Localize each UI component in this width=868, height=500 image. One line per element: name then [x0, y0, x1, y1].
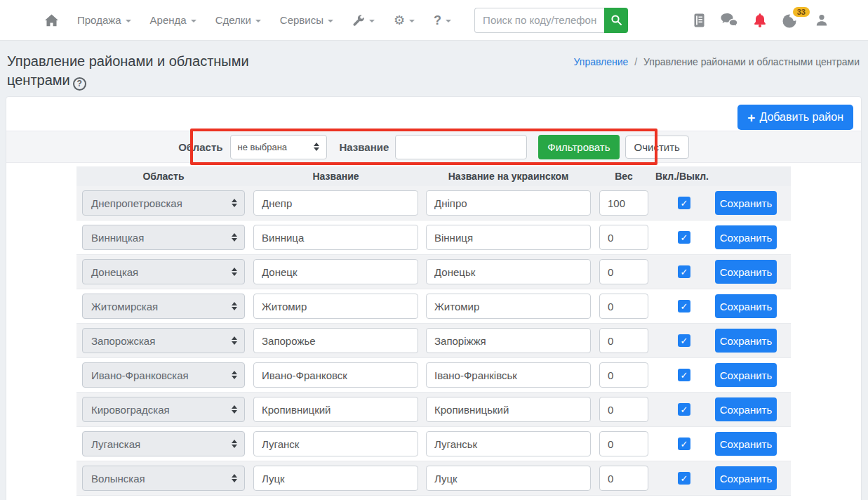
filter-name-input[interactable]: [395, 135, 527, 159]
region-select[interactable]: Кировоградская: [82, 397, 245, 422]
weight-input[interactable]: [599, 225, 648, 250]
nav-item-rent[interactable]: Аренда: [150, 14, 196, 26]
table-row: Винницкая ✓ Сохранить: [76, 221, 791, 255]
region-select[interactable]: Житомирская: [82, 294, 245, 319]
weight-input[interactable]: [599, 190, 648, 216]
add-district-button[interactable]: + Добавить район: [737, 105, 853, 130]
name-ua-input[interactable]: [426, 466, 591, 491]
weight-input[interactable]: [599, 328, 648, 353]
page-title-text: Управление районами и областными центрам…: [7, 53, 249, 88]
name-ua-input[interactable]: [426, 190, 591, 216]
region-select[interactable]: Днепропетровская: [82, 190, 245, 216]
chevron-down-icon: [369, 20, 375, 22]
breadcrumb-current: Управление районами и областными центрам…: [643, 56, 860, 67]
select-arrows-icon: [232, 371, 237, 379]
home-icon: [45, 14, 58, 27]
search-icon: [610, 14, 622, 26]
nav-right-icons: 33: [693, 12, 829, 29]
region-select[interactable]: Донецкая: [82, 259, 245, 284]
save-button[interactable]: Сохранить: [715, 397, 777, 421]
save-button[interactable]: Сохранить: [715, 260, 777, 284]
name-input[interactable]: [253, 294, 418, 319]
search-input[interactable]: [474, 8, 604, 33]
name-input[interactable]: [253, 328, 418, 353]
content-card: + Добавить район Область не выбрана Назв…: [6, 96, 862, 500]
clear-button[interactable]: Очистить: [625, 136, 689, 159]
enabled-checkbox[interactable]: ✓: [678, 438, 690, 450]
search-group: [474, 8, 628, 33]
region-select[interactable]: Луганская: [82, 431, 245, 456]
name-input[interactable]: [253, 190, 418, 216]
save-button[interactable]: Сохранить: [715, 225, 777, 249]
home-icon[interactable]: [45, 14, 58, 27]
header-name-ua: Название на украинском: [426, 171, 591, 182]
journal-icon[interactable]: [693, 13, 705, 27]
enabled-checkbox[interactable]: ✓: [678, 334, 690, 347]
name-ua-input[interactable]: [426, 362, 591, 388]
name-input[interactable]: [253, 362, 418, 388]
nav-item-tools[interactable]: [352, 14, 375, 27]
nav-item-sale[interactable]: Продажа: [77, 14, 131, 26]
region-select[interactable]: Запорожская: [82, 328, 245, 353]
counter-circle-icon[interactable]: 33: [782, 12, 800, 29]
notifications-bell-icon[interactable]: [753, 13, 767, 28]
nav-item-services[interactable]: Сервисы: [280, 14, 333, 26]
save-button[interactable]: Сохранить: [715, 294, 777, 318]
search-button[interactable]: [604, 8, 628, 33]
name-ua-input[interactable]: [426, 328, 591, 353]
name-input[interactable]: [253, 259, 418, 284]
weight-input[interactable]: [599, 362, 648, 388]
select-arrows-icon: [232, 199, 237, 207]
save-button[interactable]: Сохранить: [715, 363, 777, 387]
enabled-checkbox[interactable]: ✓: [678, 265, 690, 278]
chevron-down-icon: [328, 20, 333, 22]
user-profile-icon[interactable]: [815, 13, 829, 27]
select-arrows-icon: [314, 143, 319, 151]
chevron-down-icon: [255, 20, 261, 22]
table-row: ✓ Сохранить: [76, 496, 791, 500]
weight-input[interactable]: [599, 259, 648, 284]
nav-item-deals[interactable]: Сделки: [215, 14, 261, 26]
enabled-checkbox[interactable]: ✓: [678, 197, 690, 209]
enabled-checkbox[interactable]: ✓: [678, 231, 690, 244]
save-button[interactable]: Сохранить: [715, 329, 777, 353]
weight-input[interactable]: [599, 294, 648, 319]
weight-input[interactable]: [599, 397, 648, 422]
select-arrows-icon: [232, 233, 237, 242]
name-input[interactable]: [253, 225, 418, 250]
name-input[interactable]: [253, 397, 418, 422]
save-button[interactable]: Сохранить: [715, 466, 777, 490]
nav-item-settings[interactable]: ⚙: [394, 14, 415, 27]
enabled-checkbox[interactable]: ✓: [678, 369, 690, 381]
table-row: Запорожская ✓ Сохранить: [76, 324, 791, 358]
header-region: Область: [82, 171, 245, 182]
enabled-checkbox[interactable]: ✓: [678, 472, 690, 485]
filter-bar: Область не выбрана Название Фильтровать …: [6, 131, 861, 163]
name-input[interactable]: [253, 466, 418, 491]
filter-button[interactable]: Фильтровать: [538, 135, 619, 159]
region-select-value: Луганская: [91, 438, 140, 450]
save-button[interactable]: Сохранить: [715, 191, 777, 215]
region-select[interactable]: Ивано-Франковская: [82, 362, 245, 388]
filter-region-label: Область: [178, 141, 222, 153]
save-button[interactable]: Сохранить: [715, 432, 777, 456]
region-select[interactable]: Винницкая: [82, 225, 245, 250]
region-select[interactable]: Волынская: [82, 466, 245, 491]
nav-item-help[interactable]: ?: [434, 14, 451, 27]
name-ua-input[interactable]: [426, 225, 591, 250]
name-input[interactable]: [253, 431, 418, 456]
weight-input[interactable]: [599, 466, 648, 491]
enabled-checkbox[interactable]: ✓: [678, 300, 690, 312]
weight-input[interactable]: [599, 431, 648, 456]
name-ua-input[interactable]: [426, 431, 591, 456]
name-ua-input[interactable]: [426, 294, 591, 319]
messages-icon[interactable]: [720, 13, 738, 27]
name-ua-input[interactable]: [426, 397, 591, 422]
enabled-checkbox[interactable]: ✓: [678, 403, 690, 416]
filter-name-label: Название: [340, 141, 389, 153]
filter-region-select[interactable]: не выбрана: [230, 135, 327, 159]
title-help-icon[interactable]: ?: [73, 77, 86, 91]
breadcrumb-link-management[interactable]: Управление: [574, 56, 629, 67]
select-arrows-icon: [232, 474, 237, 482]
name-ua-input[interactable]: [426, 259, 591, 284]
